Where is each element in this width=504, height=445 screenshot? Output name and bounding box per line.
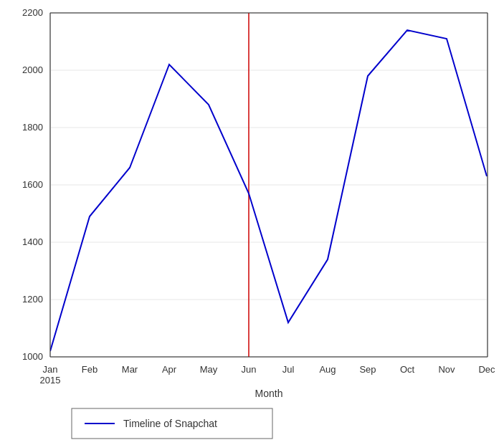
legend-label: Timeline of Snapchat — [123, 418, 217, 429]
xtick-feb: Feb — [82, 364, 98, 375]
xtick-jul: Jul — [282, 364, 295, 375]
xtick-2015: 2015 — [40, 375, 61, 386]
ytick-1200: 1200 — [22, 294, 43, 305]
main-chart: 1000 1200 1400 1600 1800 2000 2200 Jan 2… — [0, 0, 504, 445]
xtick-aug: Aug — [319, 364, 336, 375]
xtick-jun: Jun — [242, 364, 257, 375]
chart-container: 1000 1200 1400 1600 1800 2000 2200 Jan 2… — [0, 0, 504, 445]
x-axis-label: Month — [255, 388, 283, 399]
ytick-1800: 1800 — [22, 122, 43, 133]
xtick-oct: Oct — [400, 364, 415, 375]
ytick-1600: 1600 — [22, 179, 43, 190]
ytick-1000: 1000 — [22, 351, 43, 362]
ytick-2000: 2000 — [22, 64, 43, 75]
xtick-jan: Jan — [43, 364, 58, 375]
xtick-may: May — [200, 364, 218, 375]
xtick-dec: Dec — [478, 364, 495, 375]
ytick-1400: 1400 — [22, 236, 43, 247]
xtick-nov: Nov — [438, 364, 455, 375]
xtick-apr: Apr — [162, 364, 177, 375]
xtick-sep: Sep — [359, 364, 376, 375]
xtick-mar: Mar — [122, 364, 138, 375]
ytick-2200: 2200 — [22, 7, 43, 18]
